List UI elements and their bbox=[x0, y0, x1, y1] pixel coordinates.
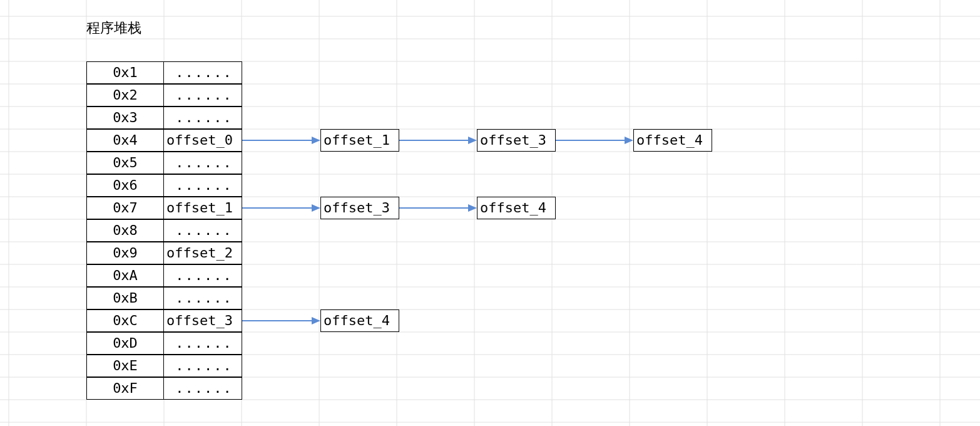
stack-address: 0x1 bbox=[86, 61, 164, 84]
stack-value: ...... bbox=[163, 264, 242, 287]
chain-node: offset_4 bbox=[320, 309, 399, 332]
stack-value: ...... bbox=[163, 219, 242, 242]
stack-value: ...... bbox=[163, 106, 242, 129]
stack-address: 0x8 bbox=[86, 219, 164, 242]
svg-marker-41 bbox=[468, 204, 477, 212]
stack-address: 0x4 bbox=[86, 129, 164, 152]
stack-value: offset_1 bbox=[163, 197, 242, 219]
stack-address: 0x2 bbox=[86, 84, 164, 106]
stack-value: ...... bbox=[163, 174, 242, 197]
svg-marker-43 bbox=[312, 317, 320, 325]
stack-value: offset_0 bbox=[163, 129, 242, 152]
stack-address: 0xE bbox=[86, 355, 164, 377]
chain-node: offset_4 bbox=[633, 129, 712, 152]
stack-address: 0x7 bbox=[86, 197, 164, 219]
chain-node: offset_3 bbox=[320, 197, 399, 219]
chain-node: offset_1 bbox=[320, 129, 399, 152]
stack-address: 0xC bbox=[86, 309, 164, 332]
svg-marker-33 bbox=[312, 137, 320, 144]
stack-value: ...... bbox=[163, 332, 242, 355]
chain-node: offset_4 bbox=[477, 197, 556, 219]
svg-marker-39 bbox=[312, 204, 320, 212]
stack-value: ...... bbox=[163, 377, 242, 400]
stack-value: ...... bbox=[163, 152, 242, 174]
stack-address: 0xA bbox=[86, 264, 164, 287]
chain-node: offset_3 bbox=[477, 129, 556, 152]
stack-value: ...... bbox=[163, 84, 242, 106]
stack-value: ...... bbox=[163, 287, 242, 309]
diagram-title: 程序堆栈 bbox=[86, 19, 141, 38]
stack-value: ...... bbox=[163, 61, 242, 84]
svg-marker-37 bbox=[625, 137, 633, 144]
stack-address: 0x3 bbox=[86, 106, 164, 129]
stack-address: 0x5 bbox=[86, 152, 164, 174]
stack-value: offset_3 bbox=[163, 309, 242, 332]
stack-address: 0x6 bbox=[86, 174, 164, 197]
svg-marker-35 bbox=[468, 137, 477, 144]
stack-address: 0x9 bbox=[86, 242, 164, 264]
stack-address: 0xB bbox=[86, 287, 164, 309]
stack-address: 0xF bbox=[86, 377, 164, 400]
stack-value: offset_2 bbox=[163, 242, 242, 264]
stack-value: ...... bbox=[163, 355, 242, 377]
stack-address: 0xD bbox=[86, 332, 164, 355]
